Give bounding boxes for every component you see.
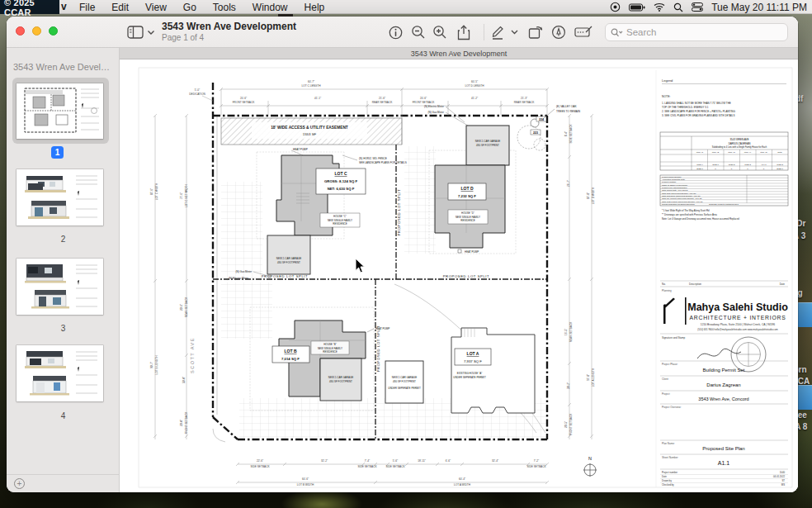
sidebar-chevron-icon[interactable] xyxy=(147,22,155,42)
menu-window[interactable]: Window xyxy=(244,2,296,13)
svg-text:REAR SETBACK: REAR SETBACK xyxy=(185,297,188,317)
form-fill-icon[interactable] xyxy=(574,22,592,42)
share-icon[interactable] xyxy=(457,22,470,42)
svg-text:SIDE SETBACK: SIDE SETBACK xyxy=(385,465,405,468)
minimize-button[interactable] xyxy=(32,26,41,36)
notes-title: NOTE: xyxy=(662,95,670,98)
separate-garage: NEW 2-CAR GARAGE 480 SF FOOTPRINT UNDER … xyxy=(385,361,423,403)
close-button[interactable] xyxy=(16,26,25,36)
client-name: Darius Zagrean xyxy=(706,382,740,387)
svg-text:5'-0": 5'-0" xyxy=(195,88,200,92)
svg-text:RESIDENCE: RESIDENCE xyxy=(333,222,347,226)
zoom-in-icon[interactable] xyxy=(432,22,447,42)
menu-file[interactable]: File xyxy=(71,2,103,13)
svg-text:PROPOSED LOT SPLIT: PROPOSED LOT SPLIT xyxy=(397,189,401,236)
svg-text:3682.6: 3682.6 xyxy=(712,164,719,166)
lot-a-label: LOT A xyxy=(467,351,479,356)
svg-text:(N) Gas Meter: (N) Gas Meter xyxy=(235,270,252,273)
svg-text:77'-6": 77'-6" xyxy=(180,192,183,199)
sidebar-filename: 3543 Wren Ave Develop… xyxy=(13,62,113,72)
svg-text:480 SF FOOTPRINT: 480 SF FOOTPRINT xyxy=(393,380,416,383)
sidebar-toggle-icon[interactable] xyxy=(127,22,144,42)
svg-text:LOT B LENGTH: LOT B LENGTH xyxy=(155,355,158,375)
easement-label: 18' WIDE ACCESS & UTILITY EASEMENT xyxy=(271,126,348,130)
record-icon[interactable] xyxy=(610,2,621,12)
thumbnail-page-3[interactable] xyxy=(17,259,103,315)
svg-text:50'-0": 50'-0" xyxy=(182,377,186,383)
svg-text:87'-8": 87'-8" xyxy=(587,192,590,199)
preview-window: 3543 Wren Ave Development Page 1 of 4 xyxy=(7,17,798,492)
thumbnail-page-4[interactable] xyxy=(17,345,103,401)
markup-circle-icon[interactable] xyxy=(551,22,566,42)
wifi-icon[interactable] xyxy=(654,2,665,12)
svg-text:464.7: 464.7 xyxy=(761,164,767,166)
svg-text:7'-2": 7'-2" xyxy=(534,459,539,463)
svg-text:480 SF FOOTPRINT: 480 SF FOOTPRINT xyxy=(476,144,499,147)
menu-edit[interactable]: Edit xyxy=(103,2,137,13)
svg-text:1210 Broadway Plaza, Suite 210: 1210 Broadway Plaza, Suite 2100 | Walnut… xyxy=(701,323,775,326)
svg-text:Item #1: Item #1 xyxy=(696,151,704,154)
lot-a-house: LOT A 7,937 SQ F EXISTING HOUSE "A" UNDE… xyxy=(451,328,535,413)
svg-text:DARIUS ZAGREAN: DARIUS ZAGREAN xyxy=(729,142,751,145)
zoom-out-icon[interactable] xyxy=(411,22,426,42)
svg-text:NEW SINGLE FAMILY: NEW SINGLE FAMILY xyxy=(328,219,352,222)
control-center-icon[interactable] xyxy=(692,2,703,12)
svg-text:3543 WREN AVE: 3543 WREN AVE xyxy=(729,138,748,141)
info-icon[interactable] xyxy=(389,22,403,42)
page-number: 2 xyxy=(7,235,120,244)
studio-name: Mahya Salehi Studio xyxy=(687,301,788,313)
svg-text:HOUSE "D": HOUSE "D" xyxy=(461,211,474,215)
sidebar-footer: + xyxy=(7,474,120,492)
zoom-button[interactable] xyxy=(49,26,58,36)
menu-clock[interactable]: Tue May 20 11:11 PM xyxy=(711,2,807,13)
svg-text:Checked by: Checked by xyxy=(662,483,674,487)
svg-text:FRONT SETBACK: FRONT SETBACK xyxy=(569,413,573,436)
menu-tools[interactable]: Tools xyxy=(205,2,244,13)
svg-text:REAR SETBACK: REAR SETBACK xyxy=(372,101,393,104)
svg-text:18'-11": 18'-11" xyxy=(418,459,426,463)
svg-text:16'-5": 16'-5" xyxy=(564,329,568,335)
add-page-icon[interactable]: + xyxy=(14,478,25,489)
markup-chevron-icon[interactable] xyxy=(511,22,518,42)
battery-icon[interactable] xyxy=(629,3,645,12)
thumbnail-sidebar: 3543 Wren Ave Develop… xyxy=(7,48,120,492)
svg-text:5'-6": 5'-6" xyxy=(393,459,398,463)
svg-text:1040: 1040 xyxy=(780,471,786,474)
svg-text:1. LANDING SHALL NOT BE MORE T: 1. LANDING SHALL NOT BE MORE THAN 7.75" … xyxy=(662,102,731,105)
thumbnail-page-1[interactable] xyxy=(17,83,103,139)
svg-text:PROPOSED LOT SPLIT: PROPOSED LOT SPLIT xyxy=(376,325,380,373)
menu-bar: © 2025 CCAR v File Edit View Go Tools Wi… xyxy=(0,0,812,14)
svg-text:223: 223 xyxy=(533,131,538,135)
menu-view[interactable]: View xyxy=(137,2,175,13)
svg-text:SIDE SETBACK: SIDE SETBACK xyxy=(357,465,377,468)
svg-text:2625.6: 2625.6 xyxy=(777,168,783,170)
svg-text:LOT C WIDTH: LOT C WIDTH xyxy=(155,183,158,200)
svg-text:Planning: Planning xyxy=(662,289,672,292)
heat-pump-label: HEAT PUMP xyxy=(465,250,479,254)
svg-text:DEDICATION: DEDICATION xyxy=(189,93,205,96)
svg-text:RESIDENCE: RESIDENCE xyxy=(460,219,475,222)
screen: l- .pdf e Dr A 3 eg thorn te CA ertree C… xyxy=(0,0,812,508)
svg-text:Item #5: Item #5 xyxy=(760,151,767,154)
svg-text:UNDER SEPERATE PERMIT: UNDER SEPERATE PERMIT xyxy=(453,376,486,379)
app-menu-fragment[interactable]: v xyxy=(61,1,67,12)
rotate-icon[interactable] xyxy=(528,22,544,42)
markup-pen-icon[interactable] xyxy=(490,22,505,42)
thumbnail-page-2[interactable] xyxy=(17,169,103,226)
svg-text:3. SEE CIVIL PLANS FOR GRADING: 3. SEE CIVIL PLANS FOR GRADING PLANS AND… xyxy=(662,114,735,117)
svg-text:6'-6": 6'-6" xyxy=(446,459,451,463)
svg-text:Plan Name:: Plan Name: xyxy=(662,442,675,445)
svg-text:TREES TO REMAIN: TREES TO REMAIN xyxy=(556,110,581,113)
svg-text:LOT D WIDTH: LOT D WIDTH xyxy=(592,187,595,204)
spotlight-icon[interactable] xyxy=(673,2,683,12)
svg-text:26'-7": 26'-7" xyxy=(567,180,570,187)
search-field[interactable] xyxy=(605,23,788,41)
menu-help[interactable]: Help xyxy=(296,2,333,13)
menu-go[interactable]: Go xyxy=(175,2,205,13)
svg-text:FRONT SETBACK: FRONT SETBACK xyxy=(233,101,256,104)
watermark: © 2025 CCAR xyxy=(0,0,59,14)
svg-text:** Driveways are specified wit: ** Driveways are specified with Pervious… xyxy=(662,213,717,216)
search-input[interactable] xyxy=(626,27,758,37)
document-tab-title: 3543 Wren Ave Development xyxy=(411,50,508,58)
plan-name: Proposed Site Plan xyxy=(702,446,744,451)
